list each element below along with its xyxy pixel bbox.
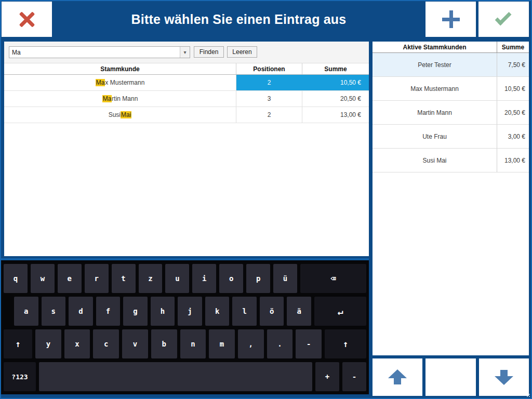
customer-name: Ute Frau [373, 125, 497, 148]
customer-table-header: Stammkunde Positionen Summe [4, 63, 369, 75]
key-n[interactable]: n [180, 329, 206, 358]
search-panel: ▾ Finden Leeren Stammkunde Positionen Su… [4, 42, 369, 256]
key-e[interactable]: e [58, 264, 82, 293]
scroll-up-button[interactable] [373, 358, 422, 396]
key-auml[interactable]: ä [287, 297, 311, 326]
chevron-down-icon: ▾ [183, 49, 186, 55]
key-ouml[interactable]: ö [260, 297, 284, 326]
key-uuml[interactable]: ü [273, 264, 297, 293]
sum-cell[interactable]: 20,50 € [302, 91, 369, 107]
space-key[interactable] [39, 362, 312, 391]
column-header-aktive-stammkunden: Aktive Stammkunden [373, 42, 497, 52]
key-b[interactable]: b [151, 329, 177, 358]
find-button[interactable]: Finden [194, 46, 224, 58]
page-title: Bitte wählen Sie einen Eintrag aus [52, 1, 425, 37]
key-v[interactable]: v [122, 329, 148, 358]
plus-icon [441, 9, 461, 29]
search-toolbar: ▾ Finden Leeren [4, 42, 369, 63]
name-text: rtin Mann [112, 95, 138, 102]
customer-table: Stammkunde Positionen Summe Max Musterma… [4, 63, 369, 123]
positions-cell[interactable]: 2 [236, 107, 302, 123]
key-comma[interactable]: , [238, 329, 264, 358]
list-item[interactable]: Susi Mai 13,00 € [373, 149, 529, 172]
positions-cell[interactable]: 2 [236, 75, 302, 90]
blank-button[interactable] [425, 358, 476, 396]
list-item[interactable]: Martin Mann 20,50 € [373, 101, 529, 125]
name-highlight: Mai [121, 111, 131, 118]
resize-grip[interactable] [525, 392, 530, 397]
scroll-down-button[interactable] [479, 358, 529, 396]
minus-key[interactable]: - [342, 362, 366, 391]
clear-button[interactable]: Leeren [227, 46, 257, 58]
key-f[interactable]: f [96, 297, 121, 326]
key-j[interactable]: j [178, 297, 202, 326]
name-highlight: Ma [96, 79, 105, 86]
keyboard-row-1: q w e r t z u i o p ü ⌫ [4, 264, 366, 293]
customer-sum: 10,50 € [497, 77, 529, 100]
entry-selection-dialog: Bitte wählen Sie einen Eintrag aus ▾ Fin… [0, 0, 532, 399]
table-row[interactable]: Martin Mann 3 20,50 € [4, 91, 369, 107]
key-a[interactable]: a [14, 297, 38, 326]
close-icon [17, 9, 37, 30]
column-header-summe: Summe [497, 42, 529, 52]
virtual-keyboard: q w e r t z u i o p ü ⌫ a s d f g h j k … [1, 258, 369, 394]
column-header-summe: Summe [302, 63, 369, 74]
customer-sum: 20,50 € [497, 101, 529, 124]
search-input[interactable] [9, 47, 180, 58]
add-button[interactable] [425, 2, 476, 37]
key-x[interactable]: x [64, 329, 90, 358]
key-p[interactable]: p [246, 264, 270, 293]
table-row[interactable]: Susi Mai 2 13,00 € [4, 107, 369, 123]
close-button[interactable] [2, 2, 52, 37]
key-s[interactable]: s [42, 297, 66, 326]
customer-name-cell[interactable]: Martin Mann [4, 91, 236, 107]
customer-name: Peter Tester [373, 53, 497, 76]
backspace-key[interactable]: ⌫ [300, 264, 366, 293]
confirm-button[interactable] [478, 2, 529, 37]
list-item[interactable]: Peter Tester 7,50 € [373, 53, 529, 77]
name-text: x Mustermann [105, 79, 144, 86]
customer-name-cell[interactable]: Susi Mai [4, 107, 236, 123]
customer-name-cell[interactable]: Max Mustermann [4, 75, 236, 90]
key-u[interactable]: u [165, 264, 189, 293]
key-t[interactable]: t [112, 264, 136, 293]
search-combobox: ▾ [9, 46, 190, 58]
key-c[interactable]: c [93, 329, 119, 358]
list-item[interactable]: Ute Frau 3,00 € [373, 125, 529, 149]
key-o[interactable]: o [219, 264, 243, 293]
key-z[interactable]: z [139, 264, 163, 293]
key-i[interactable]: i [192, 264, 216, 293]
sum-cell[interactable]: 13,00 € [302, 107, 369, 123]
customer-name: Susi Mai [373, 149, 497, 172]
shift-right-key[interactable]: ↑ [325, 329, 366, 358]
key-k[interactable]: k [205, 297, 230, 326]
key-w[interactable]: w [31, 264, 55, 293]
key-m[interactable]: m [209, 329, 235, 358]
dropdown-button[interactable]: ▾ [180, 47, 190, 58]
name-text: Susi [109, 111, 121, 118]
customer-name: Max Mustermann [373, 77, 497, 100]
key-h[interactable]: h [151, 297, 175, 326]
list-item[interactable]: Max Mustermann 10,50 € [373, 77, 529, 101]
arrow-up-icon [388, 369, 407, 385]
key-g[interactable]: g [123, 297, 148, 326]
key-q[interactable]: q [4, 264, 28, 293]
key-hyphen[interactable]: - [296, 329, 322, 358]
column-header-stammkunde: Stammkunde [4, 63, 236, 74]
key-l[interactable]: l [232, 297, 257, 326]
checkmark-icon [495, 9, 511, 25]
positions-cell[interactable]: 3 [236, 91, 302, 107]
key-y[interactable]: y [35, 329, 61, 358]
customer-sum: 3,00 € [497, 125, 529, 148]
sum-cell[interactable]: 10,50 € [302, 75, 369, 90]
table-row[interactable]: Max Mustermann 2 10,50 € [4, 75, 369, 91]
symbols-key[interactable]: ?123 [4, 362, 36, 391]
plus-key[interactable]: + [315, 362, 339, 391]
key-period[interactable]: . [267, 329, 293, 358]
key-d[interactable]: d [69, 297, 93, 326]
name-highlight: Ma [102, 95, 112, 102]
key-r[interactable]: r [85, 264, 109, 293]
enter-key[interactable]: ↵ [314, 297, 366, 326]
customer-sum: 7,50 € [497, 53, 529, 76]
shift-left-key[interactable]: ↑ [4, 329, 32, 358]
